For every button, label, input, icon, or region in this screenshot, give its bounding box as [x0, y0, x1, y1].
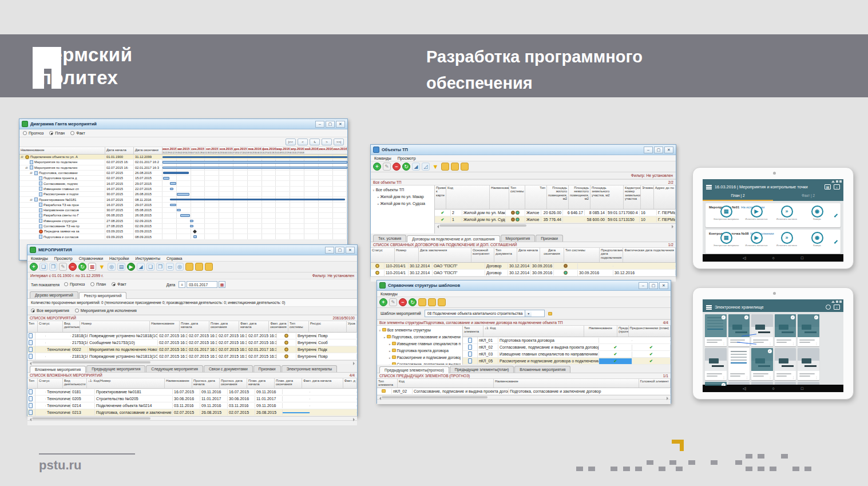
minimize-button[interactable]: –	[325, 247, 334, 254]
column-header[interactable]: План. дата начала	[180, 321, 209, 332]
toolbar-icon[interactable]: +	[30, 263, 38, 271]
column-header[interactable]: Кадастровый номер земельного участка	[624, 185, 641, 209]
tab[interactable]: Договоры на подключение и доп. соглашени…	[407, 235, 500, 242]
table-row[interactable]: Технологическо 0022Мероприятия по подклю…	[27, 346, 357, 353]
horizontal-scrollbar[interactable]	[27, 360, 357, 364]
activities-titlebar[interactable]: МЕРОПРИЯТИЯ –▢✕	[27, 245, 357, 255]
column-header[interactable]: Головной элемент	[639, 379, 671, 388]
gantt-row[interactable]: Извещение структурн 27.08.2015 02.09.201…	[19, 219, 347, 224]
circle-action-button[interactable]: ◉ Камера	[803, 206, 831, 220]
sub-tab[interactable]: Признаки	[253, 365, 281, 372]
tab[interactable]: Реестр мероприятий	[79, 292, 127, 299]
storage-card[interactable]: ⋮	[751, 314, 773, 346]
hamburger-menu-icon[interactable]	[706, 305, 712, 310]
column-header[interactable]: Номер	[395, 248, 419, 262]
more-icon[interactable]: ⋮	[815, 342, 818, 345]
circle-action-button[interactable]: ▤ Электронные материалы	[712, 206, 740, 220]
toolbar-icon[interactable]	[441, 163, 449, 171]
chevron-down-icon[interactable]	[834, 240, 838, 243]
column-header[interactable]: Тип элемента	[377, 379, 398, 388]
more-icon[interactable]: ⋮	[723, 342, 726, 345]
column-header[interactable]: Тип	[525, 185, 547, 209]
more-icon[interactable]: ⋮	[746, 376, 748, 379]
column-header[interactable]: Факт. дата окончания	[269, 321, 288, 332]
column-header[interactable]: Дата окончания	[540, 248, 564, 262]
column-header[interactable]: Код	[446, 185, 490, 209]
toolbar-icon[interactable]: ↻	[78, 263, 86, 271]
activity-card[interactable]: Контрольная точка №08На исполнении ▤ Эле…	[706, 230, 841, 254]
tree-node[interactable]: Подготовка проекта договора	[379, 347, 461, 354]
table-row[interactable]: пКЛ_05 Рассмотрение и подписание договор…	[463, 358, 671, 365]
table-row[interactable]: ✔ 2Жилой дом по ул. Макаро Жилое20 626.0…	[435, 210, 676, 216]
column-header[interactable]: Наименование	[494, 379, 639, 388]
calendar-picker-icon[interactable]: ▦	[219, 281, 225, 288]
logout-icon[interactable]: ›	[834, 305, 840, 310]
table-row[interactable]: 110-2014/130.12.2014 ОАО "ПЗСП"Договор 3…	[371, 270, 676, 276]
toolbar-icon[interactable]	[195, 263, 203, 271]
column-header[interactable]: Статус	[38, 321, 63, 332]
menu-item[interactable]: Команды	[374, 156, 391, 160]
more-icon[interactable]: ⋮	[769, 342, 772, 345]
column-header[interactable]: План. дата начала	[247, 378, 275, 388]
table-row[interactable]: пКЛ_02 Согласование, подписание и выдача…	[463, 344, 671, 351]
home-icon[interactable]: ○	[772, 256, 774, 260]
tree-node[interactable]: Все элементы структуры	[379, 327, 461, 334]
date-input[interactable]: 03.01.2017	[187, 281, 217, 288]
expander-icon[interactable]	[30, 198, 33, 201]
toolbar-icon[interactable]: ▤	[117, 263, 125, 271]
tree-node[interactable]: Все объекты ТП	[372, 187, 433, 193]
gantt-row[interactable]: Извещение главных сп 16.07.2015 22.07.20…	[19, 187, 347, 192]
horizontal-scrollbar[interactable]	[435, 223, 676, 227]
gantt-bar[interactable]	[163, 177, 169, 180]
action-icon[interactable]: »	[781, 206, 793, 218]
gantt-bar[interactable]	[170, 204, 176, 207]
column-header[interactable]: Наименование	[150, 321, 180, 332]
expander-icon[interactable]	[30, 171, 33, 175]
toolbar-icon[interactable]	[205, 263, 213, 271]
tab[interactable]: План | 2	[703, 192, 773, 201]
gantt-row[interactable]: Проектирование №0181 16.07.2015 08.11.20…	[19, 197, 347, 202]
storage-card[interactable]: ⋮	[705, 314, 727, 346]
column-header[interactable]: Прогноз. дата окончания	[220, 378, 247, 388]
tree-node[interactable]: Подготовка, согласование и заключение	[379, 334, 461, 341]
table-row[interactable]: 21818(10)Повреждение устранено №21818(1О…	[27, 333, 357, 339]
tab[interactable]: Факт | 2	[773, 192, 843, 201]
tree-node[interactable]: Жилой дом по ул. Судоза	[372, 200, 433, 207]
column-header[interactable]: Привязка к карте	[435, 185, 446, 209]
gantt-bar[interactable]	[180, 214, 191, 217]
gantt-bar[interactable]	[170, 188, 173, 191]
tab[interactable]: Дерево мероприятий	[30, 291, 78, 298]
column-header[interactable]: Предшественники (план)	[629, 326, 671, 337]
toolbar-icon[interactable]: ✎	[389, 298, 397, 306]
storage-card[interactable]: ⋮	[798, 348, 819, 380]
toolbar-icon[interactable]: ❏	[146, 263, 154, 271]
recents-icon[interactable]: □	[801, 256, 803, 260]
table-row[interactable]: Технологическо 0214Подключение объекта №…	[27, 402, 357, 409]
gantt-row[interactable]: Разработка ТЗ на прое 16.07.2015 29.07.2…	[19, 203, 347, 208]
column-header[interactable]: Тип	[27, 321, 38, 332]
toolbar-icon[interactable]: −	[393, 163, 401, 171]
column-header[interactable]: Этажность	[641, 185, 654, 209]
toolbar-icon[interactable]	[438, 298, 446, 306]
column-header[interactable]: Предполагаемая дата подключения	[600, 248, 623, 262]
column-header[interactable]: Тип системы	[509, 185, 525, 209]
sub-tab[interactable]: Электронные материалы	[282, 365, 338, 372]
toolbar-icon[interactable]	[428, 298, 436, 306]
tree-node[interactable]: Жилой дом по ул. Макар	[372, 193, 433, 200]
tree-node[interactable]: Извещение главных специалистов по	[379, 341, 461, 347]
expander-icon[interactable]	[21, 155, 24, 159]
column-header[interactable]: Тип документа	[494, 248, 517, 262]
gantt-bar[interactable]	[177, 193, 190, 196]
type-radio[interactable]: План	[90, 282, 106, 286]
menu-item[interactable]: Просмотр	[54, 256, 73, 260]
panel-icon[interactable]: ▤	[825, 184, 831, 189]
nav-button[interactable]: <	[298, 139, 308, 145]
column-header[interactable]: Адрес до по	[654, 185, 676, 209]
circle-action-button[interactable]: ◉ Камера	[803, 232, 831, 247]
gantt-bar[interactable]	[193, 230, 197, 234]
gantt-row[interactable]: Мероприятия по подключен 02.07.2015 16: …	[19, 160, 347, 165]
menu-item[interactable]: Настройки	[109, 256, 129, 260]
mode-radio[interactable]: План	[49, 131, 65, 135]
col-name[interactable]: Наименование	[19, 147, 105, 154]
gantt-row[interactable]: Направление согласов 30.07.2015 05.08.20…	[19, 208, 347, 213]
